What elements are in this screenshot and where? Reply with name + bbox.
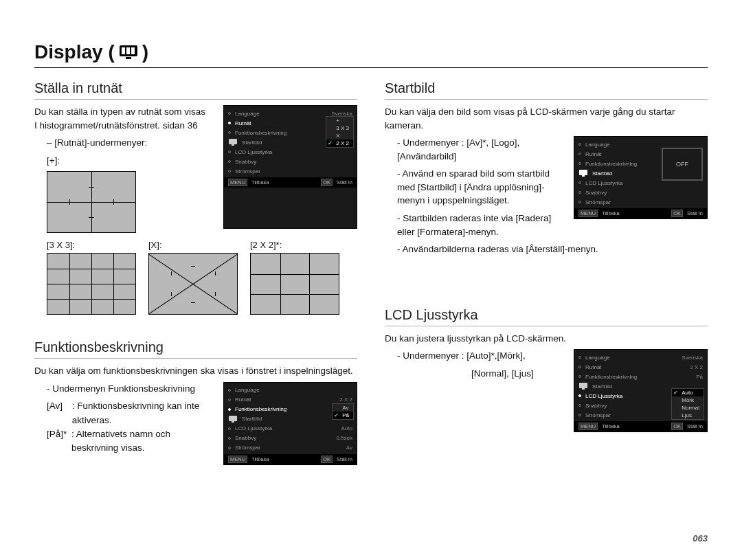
section-lcd: LCD Ljusstyrka Du kan justera ljusstyrka… (385, 302, 708, 437)
osd-popup-item: 2 X 2 (326, 139, 353, 147)
heading-start: Startbild (385, 80, 708, 100)
grid-submenu-label: – [Rutnät]-undermenyer: (47, 136, 210, 150)
osd-item: Snabbvy (235, 435, 332, 441)
grid-33-label: [3 X 3]: (47, 240, 136, 250)
svg-rect-6 (232, 144, 234, 146)
lcd-intro: Du kan justera ljusstyrkan på LCD-skärme… (385, 332, 708, 346)
osd-val: 2 X 2 (339, 396, 352, 403)
grid-22-label: [2 X 2]*: (250, 240, 339, 250)
osd-footer: MENUTillbaka OKStäll In (574, 208, 707, 219)
osd-screenshot-grid: LanguageSvenska Rutnät Funktionsbeskrivn… (223, 105, 357, 229)
osd-popup-item: X (326, 132, 353, 139)
osd-popup-item: Av (333, 404, 353, 412)
osd-val: Auto (341, 425, 352, 432)
osd-footer-label: Tillbaka (251, 456, 269, 462)
osd-val: 2 X 2 (690, 364, 703, 370)
func-line1: - Undermenyn Funktionsbeskrivning (47, 382, 210, 396)
osd-item: LCD Ljusstyrka (235, 425, 337, 432)
osd-footer: MENUTillbaka OKStäll In (574, 421, 707, 432)
heading-func: Funktionsbeskrivning (34, 339, 357, 359)
osd-footer-label: Tillbaka (602, 210, 620, 216)
osd-footer-tag: OK (321, 179, 333, 186)
svg-rect-2 (126, 47, 130, 54)
osd-popup-item: På (333, 412, 353, 419)
osd-item: Strömspar (235, 168, 352, 175)
display-icon (119, 44, 138, 60)
start-b4: - Användarbilderna raderas via [Återstäl… (397, 243, 708, 256)
osd-footer-tag: MENU (578, 210, 598, 217)
osd-screenshot-lcd: LanguageSvenska Rutnät2 X 2 Funktionsbes… (574, 349, 708, 432)
osd-val: 0.5sek (336, 435, 352, 441)
osd-popup-item: Auto (672, 389, 704, 396)
osd-item: Snabbvy (585, 190, 703, 196)
osd-footer-label: Tillbaka (251, 179, 269, 186)
osd-item: Rutnät (235, 396, 335, 403)
func-pa-key: [På]* (47, 427, 67, 456)
grid-intro: Du kan ställa in typen av rutnät som vis… (34, 105, 210, 132)
grid-x-label: [X]: (148, 240, 238, 250)
osd-screenshot-start: Language Rutnät Funktionsbeskrivning Sta… (574, 136, 708, 219)
osd-item: Strömspar (235, 445, 342, 451)
func-av-val: : Funktionsbeskrivning kan inte aktivera… (72, 399, 210, 427)
section-grid: Ställa in rutnät Du kan ställa in typen … (34, 75, 357, 322)
func-av: [Av] : Funktionsbeskrivning kan inte akt… (47, 399, 210, 427)
osd-footer-tag: MENU (228, 179, 247, 186)
osd-footer-label: Ställ In (337, 456, 352, 462)
osd-popup: Av På (332, 403, 354, 420)
osd-item: LCD Ljusstyrka (235, 149, 352, 155)
grid-diagram-2x2 (250, 253, 339, 315)
display-icon (228, 414, 238, 424)
func-intro: Du kan välja om funktionsbeskrivningen s… (34, 364, 357, 378)
osd-popup-item: 3 X 3 (326, 124, 353, 132)
heading-lcd: LCD Ljusstyrka (385, 307, 708, 326)
osd-item: Language (235, 387, 352, 393)
section-start: Startbild Du kan välja den bild som visa… (385, 75, 708, 260)
osd-footer-label: Ställ In (687, 423, 703, 429)
section-func: Funktionsbeskrivning Du kan välja om fun… (34, 334, 357, 469)
osd-item: Language (585, 142, 703, 148)
osd-footer-tag: MENU (578, 423, 598, 430)
osd-item: Language (585, 355, 677, 361)
svg-rect-3 (131, 47, 135, 54)
osd-screenshot-func: Language Rutnät2 X 2 Funktionsbeskrivnin… (223, 382, 357, 465)
osd-footer-label: Ställ In (337, 179, 352, 186)
osd-footer-label: Tillbaka (602, 423, 620, 429)
osd-popup: + 3 X 3 X 2 X 2 (326, 116, 354, 148)
osd-item: Strömspar (585, 199, 703, 205)
osd-popup-item: Mörk (672, 396, 704, 404)
svg-rect-10 (582, 175, 585, 177)
grid-diagram-plus (47, 171, 136, 233)
display-icon (228, 137, 238, 147)
osd-footer-tag: OK (671, 210, 683, 217)
osd-preview-box: OFF (662, 148, 703, 181)
svg-rect-5 (229, 139, 237, 144)
osd-footer-tag: OK (671, 423, 683, 430)
svg-rect-9 (579, 170, 587, 175)
osd-item: Rutnät (585, 364, 686, 370)
svg-rect-7 (229, 416, 237, 421)
osd-val: Svenska (682, 355, 703, 361)
osd-popup-item: + (326, 117, 353, 124)
osd-preview-text: OFF (676, 161, 688, 168)
osd-popup-item: Normal (672, 404, 704, 412)
osd-footer-tag: MENU (228, 456, 247, 463)
grid-plus-label: [+]: (47, 154, 210, 168)
func-av-key: [Av] (47, 399, 68, 427)
title-prefix: Display ( (34, 41, 115, 63)
func-pa: [På]* : Alternativets namn och beskrivni… (47, 427, 210, 456)
osd-footer: MENUTillbaka OKStäll In (224, 454, 357, 464)
osd-popup: Auto Mörk Normal Ljus (671, 388, 704, 420)
display-icon (578, 168, 588, 178)
page-number: 063 (693, 533, 708, 544)
svg-rect-11 (579, 383, 587, 388)
osd-item: Funktionsbeskrivning (585, 374, 692, 380)
page-title: Display ( ) (34, 41, 708, 68)
grid-diagram-3x3 (47, 253, 136, 315)
svg-rect-4 (126, 57, 131, 59)
osd-item: Language (235, 111, 327, 117)
svg-rect-12 (582, 388, 585, 390)
heading-grid: Ställa in rutnät (34, 80, 357, 100)
osd-val: Av (346, 445, 352, 451)
func-pa-val: : Alternativets namn och beskrivning vis… (71, 427, 210, 456)
osd-footer-tag: OK (321, 456, 333, 463)
